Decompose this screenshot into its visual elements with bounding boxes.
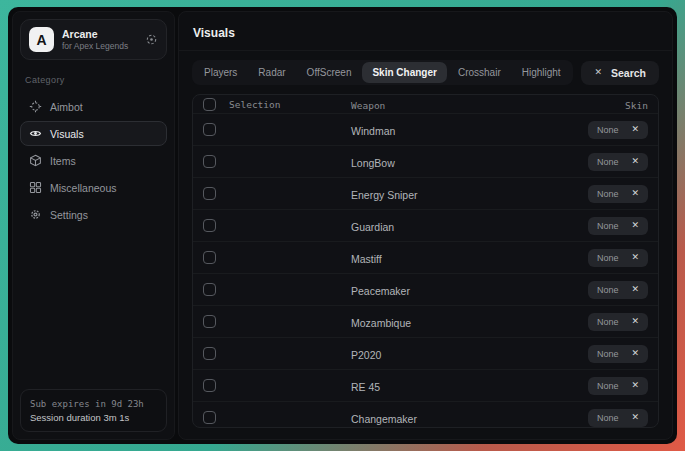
tab-bar: Players Radar OffScreen Skin Changer Cro…	[192, 60, 573, 85]
skin-value: None	[597, 189, 619, 199]
clear-skin-icon[interactable]: ✕	[631, 381, 639, 390]
row-checkbox[interactable]	[203, 283, 216, 296]
row-checkbox[interactable]	[203, 315, 216, 328]
sidebar-header: A Arcane for Apex Legends	[20, 19, 167, 60]
selection-column-header: Selection	[229, 99, 280, 110]
row-checkbox[interactable]	[203, 411, 216, 424]
clear-skin-icon[interactable]: ✕	[631, 253, 639, 262]
sidebar-item[interactable]: Aimbot	[20, 94, 167, 119]
table-row: Changemaker None ✕	[193, 401, 658, 428]
clear-skin-icon[interactable]: ✕	[631, 413, 639, 422]
sub-expires-text: Sub expires in 9d 23h	[30, 397, 157, 411]
row-checkbox[interactable]	[203, 155, 216, 168]
tab[interactable]: Highlight	[512, 62, 571, 83]
row-checkbox[interactable]	[203, 347, 216, 360]
sidebar-item-label: Visuals	[50, 128, 84, 140]
skin-selector[interactable]: None ✕	[588, 153, 648, 171]
tab[interactable]: OffScreen	[297, 62, 362, 83]
tab[interactable]: Radar	[248, 62, 295, 83]
row-checkbox[interactable]	[203, 251, 216, 264]
sidebar-item[interactable]: Settings	[20, 202, 167, 227]
table-row: Mastiff None ✕	[193, 241, 658, 273]
search-button[interactable]: ✕ Search	[581, 61, 659, 85]
weapon-name: Energy Sniper	[351, 189, 418, 201]
skin-column-header: Skin	[625, 100, 648, 111]
row-checkbox[interactable]	[203, 123, 216, 136]
skin-value: None	[597, 317, 619, 327]
sidebar-item-label: Aimbot	[50, 101, 83, 113]
clear-skin-icon[interactable]: ✕	[631, 157, 639, 166]
weapon-name: Changemaker	[351, 413, 417, 425]
toolbar: Players Radar OffScreen Skin Changer Cro…	[179, 51, 672, 93]
weapon-column-header: Weapon	[351, 100, 385, 111]
skin-selector[interactable]: None ✕	[588, 217, 648, 235]
sidebar-item-label: Items	[50, 155, 76, 167]
tab[interactable]: Skin Changer	[362, 62, 446, 83]
clear-skin-icon[interactable]: ✕	[631, 189, 639, 198]
target-icon[interactable]	[145, 33, 158, 46]
clear-skin-icon[interactable]: ✕	[631, 125, 639, 134]
table-row: LongBow None ✕	[193, 145, 658, 177]
crosshair-icon	[29, 100, 42, 113]
app-window: A Arcane for Apex Legends Category Aimbo…	[8, 7, 677, 444]
eye-icon	[29, 127, 42, 140]
skin-value: None	[597, 253, 619, 263]
weapon-name: Windman	[351, 125, 395, 137]
clear-skin-icon[interactable]: ✕	[631, 221, 639, 230]
skin-selector[interactable]: None ✕	[588, 281, 648, 299]
table-header-row: Selection Weapon Skin	[193, 95, 658, 113]
skin-selector[interactable]: None ✕	[588, 409, 648, 427]
skin-selector[interactable]: None ✕	[588, 121, 648, 139]
sidebar: A Arcane for Apex Legends Category Aimbo…	[12, 11, 175, 440]
sidebar-item[interactable]: Visuals	[20, 121, 167, 146]
weapon-name: P2020	[351, 349, 381, 361]
clear-skin-icon[interactable]: ✕	[631, 349, 639, 358]
row-checkbox[interactable]	[203, 379, 216, 392]
session-duration-text: Session duration 3m 1s	[30, 411, 157, 424]
skin-value: None	[597, 221, 619, 231]
skin-value: None	[597, 413, 619, 423]
table-body: Windman None ✕	[193, 113, 658, 428]
clear-skin-icon[interactable]: ✕	[631, 285, 639, 294]
clear-skin-icon[interactable]: ✕	[631, 317, 639, 326]
skin-value: None	[597, 381, 619, 391]
app-title: Arcane	[62, 28, 137, 41]
weapon-name: Peacemaker	[351, 285, 410, 297]
tab[interactable]: Crosshair	[448, 62, 511, 83]
weapon-name: LongBow	[351, 157, 395, 169]
row-checkbox[interactable]	[203, 187, 216, 200]
search-button-label: Search	[611, 67, 646, 79]
page-title: Visuals	[193, 26, 235, 40]
gear-icon	[29, 208, 42, 221]
app-logo: A	[29, 27, 54, 52]
sidebar-nav: Aimbot Visuals Items Miscellaneous	[19, 92, 168, 229]
x-icon: ✕	[594, 68, 602, 77]
skin-selector[interactable]: None ✕	[588, 313, 648, 331]
sidebar-item[interactable]: Miscellaneous	[20, 175, 167, 200]
skin-value: None	[597, 285, 619, 295]
sidebar-item[interactable]: Items	[20, 148, 167, 173]
table-row: Energy Sniper None ✕	[193, 177, 658, 209]
app-subtitle: for Apex Legends	[62, 41, 137, 52]
main-panel: Visuals Players Radar OffScreen Skin Cha…	[178, 11, 673, 440]
box-icon	[29, 154, 42, 167]
table-row: Windman None ✕	[193, 113, 658, 145]
table-row: P2020 None ✕	[193, 337, 658, 369]
grid-icon	[29, 181, 42, 194]
skin-selector[interactable]: None ✕	[588, 377, 648, 395]
weapon-name: RE 45	[351, 381, 380, 393]
category-label: Category	[25, 75, 162, 85]
table-row: Guardian None ✕	[193, 209, 658, 241]
row-checkbox[interactable]	[203, 219, 216, 232]
skin-value: None	[597, 349, 619, 359]
skin-selector[interactable]: None ✕	[588, 249, 648, 267]
select-all-checkbox[interactable]	[203, 98, 216, 111]
tab[interactable]: Players	[194, 62, 247, 83]
weapon-name: Guardian	[351, 221, 394, 233]
sidebar-item-label: Miscellaneous	[50, 182, 117, 194]
skin-selector[interactable]: None ✕	[588, 345, 648, 363]
weapon-name: Mastiff	[351, 253, 382, 265]
main-titlebar: Visuals	[179, 12, 672, 51]
skin-value: None	[597, 125, 619, 135]
skin-selector[interactable]: None ✕	[588, 185, 648, 203]
